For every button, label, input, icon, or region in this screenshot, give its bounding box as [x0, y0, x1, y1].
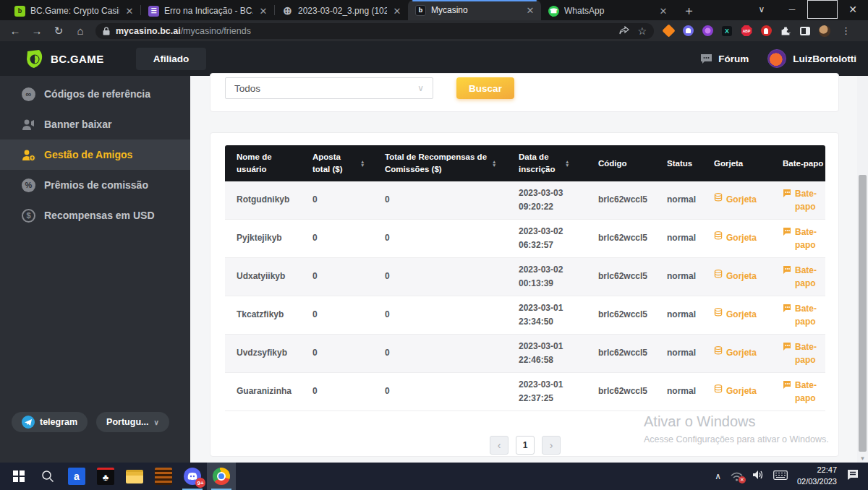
- forward-button[interactable]: →: [26, 25, 48, 37]
- tip-link[interactable]: Gorjeta: [702, 270, 771, 283]
- taskbar-chrome-icon[interactable]: [207, 463, 236, 490]
- purple-swirl-extension-icon[interactable]: [702, 25, 713, 37]
- sidebar-item-banner-download[interactable]: Banner baixar: [0, 109, 190, 139]
- globe-icon: ⊕: [282, 6, 293, 17]
- coins-icon: [714, 384, 723, 393]
- window-minimize-button[interactable]: ─: [777, 0, 807, 19]
- col-header-status: Status: [667, 158, 692, 170]
- chat-link[interactable]: Bate-papo: [771, 340, 825, 366]
- banner-icon: [22, 119, 35, 131]
- tip-link[interactable]: Gorjeta: [702, 384, 771, 398]
- profile-avatar[interactable]: [819, 25, 830, 37]
- prev-page-button[interactable]: ‹: [490, 436, 509, 455]
- tab-whatsapp[interactable]: ☎ WhatsApp ✕: [541, 1, 674, 20]
- extensions-puzzle-icon[interactable]: [780, 25, 791, 37]
- window-maximize-button[interactable]: [807, 0, 838, 19]
- url-text: mycasino.bc.ai/mycasino/friends: [116, 26, 618, 36]
- sidebar-item-commission-rewards[interactable]: % Prêmios de comissão: [0, 170, 190, 200]
- coins-icon: [714, 193, 723, 202]
- cell-signup-date: 2023-03-01 23:34:50: [507, 301, 587, 329]
- x-dark-extension-icon[interactable]: X: [721, 25, 733, 37]
- chat-link[interactable]: Bate-papo: [771, 225, 825, 252]
- cell-signup-date: 2023-03-01 22:46:58: [507, 340, 587, 367]
- scrollbar-thumb[interactable]: [859, 175, 867, 452]
- tip-link[interactable]: Gorjeta: [702, 231, 771, 245]
- tip-link[interactable]: Gorjeta: [702, 193, 771, 207]
- friend-type-select[interactable]: Todos ∨: [225, 77, 433, 99]
- network-icon[interactable]: ✕: [731, 472, 743, 481]
- tip-link[interactable]: Gorjeta: [702, 308, 771, 322]
- tab-erro-indicacao[interactable]: ☰ Erro na Indicação - BC.Game ✕: [141, 1, 274, 20]
- bookmark-star-icon[interactable]: ☆: [637, 25, 647, 37]
- chat-bubble-icon: [783, 265, 791, 274]
- tab-close-icon[interactable]: ✕: [658, 6, 668, 17]
- taskbar-game-app-icon[interactable]: [149, 463, 178, 490]
- forum-link[interactable]: Fórum: [700, 53, 749, 64]
- sidebar-item-referral-codes[interactable]: ∞ Códigos de referência: [0, 79, 190, 109]
- tab-close-icon[interactable]: ✕: [392, 6, 402, 17]
- taskbar-search-icon[interactable]: [33, 463, 62, 490]
- sort-icon[interactable]: ▲▼: [360, 160, 365, 167]
- cell-code: brlc62wccl5: [587, 308, 655, 322]
- language-selector[interactable]: Portugu... ∨: [96, 412, 169, 432]
- chevron-down-icon: ∨: [417, 83, 424, 93]
- page-scrollbar[interactable]: ▼: [857, 76, 868, 463]
- share-icon[interactable]: [618, 26, 630, 36]
- tray-chevron-up-icon[interactable]: ∧: [715, 471, 721, 481]
- chat-link[interactable]: Bate-papo: [771, 187, 825, 213]
- sidebar-item-label: Banner baixar: [44, 119, 111, 130]
- sort-icon[interactable]: ▲▼: [492, 160, 496, 167]
- next-page-button[interactable]: ›: [542, 436, 561, 455]
- telegram-button[interactable]: telegram: [12, 412, 88, 432]
- side-panel-icon[interactable]: [799, 25, 811, 37]
- window-close-button[interactable]: ✕: [838, 0, 868, 19]
- taskbar-amd-app-icon[interactable]: a: [62, 463, 91, 490]
- start-button[interactable]: [4, 463, 33, 490]
- home-button[interactable]: ⌂: [69, 25, 91, 37]
- metamask-extension-icon[interactable]: [663, 25, 674, 37]
- tab-png-image[interactable]: ⊕ 2023-03-02_3.png (1024×76 ✕: [275, 1, 408, 20]
- col-header-username: Nome de usuário: [237, 151, 284, 175]
- sort-icon[interactable]: ▲▼: [565, 160, 569, 167]
- tab-search-chevron-icon[interactable]: ∨: [746, 0, 777, 19]
- chat-link[interactable]: Bate-papo: [771, 302, 825, 328]
- bcgame-brand[interactable]: BC.GAME: [25, 49, 104, 69]
- lock-icon: [103, 27, 110, 35]
- reload-button[interactable]: ↻: [48, 25, 69, 38]
- friends-table-body: Rotgudnikyb 0 0 2023-03-03 09:20:22 brlc…: [225, 181, 825, 411]
- keyboard-icon[interactable]: [773, 470, 788, 483]
- volume-icon[interactable]: [752, 470, 764, 483]
- tab-mycasino-active[interactable]: b Mycasino ✕: [408, 0, 541, 20]
- whatsapp-icon: ☎: [548, 6, 559, 17]
- affiliate-nav-button[interactable]: Afiliado: [136, 48, 207, 70]
- taskbar-casino-app-icon[interactable]: ♣: [91, 463, 120, 490]
- main-content: Todos ∨ Buscar Nome de usuário Aposta to…: [190, 76, 857, 463]
- new-tab-button[interactable]: ＋: [683, 2, 695, 19]
- user-menu[interactable]: LuizBortolotti: [767, 49, 856, 68]
- cell-commission: 0: [373, 193, 507, 207]
- browser-menu-icon[interactable]: ⋮: [841, 25, 851, 36]
- cell-username: Guaranizinha: [225, 384, 301, 398]
- sidebar-item-friends-management[interactable]: Gestão de Amigos: [0, 139, 190, 170]
- action-center-icon[interactable]: [846, 469, 859, 483]
- back-button[interactable]: ←: [4, 25, 26, 37]
- phantom-extension-icon[interactable]: [682, 25, 694, 37]
- adblock-plus-extension-icon[interactable]: ABP: [741, 25, 752, 37]
- taskbar-discord-icon[interactable]: 9+: [178, 463, 207, 490]
- tab-bcgame-casino[interactable]: b BC.Game: Crypto Casino Gam ✕: [7, 1, 140, 20]
- tab-close-icon[interactable]: ✕: [258, 6, 268, 17]
- sidebar-item-usd-rewards[interactable]: $ Recompensas em USD: [0, 200, 190, 231]
- tab-close-icon[interactable]: ✕: [124, 6, 135, 17]
- current-page[interactable]: 1: [516, 436, 535, 455]
- address-bar[interactable]: mycasino.bc.ai/mycasino/friends ☆: [95, 23, 654, 39]
- tip-link[interactable]: Gorjeta: [702, 346, 771, 360]
- taskbar-clock[interactable]: 22:47 02/03/2023: [797, 465, 837, 488]
- chat-bubble-icon: [783, 380, 791, 389]
- red-hand-extension-icon[interactable]: [760, 25, 772, 37]
- scrollbar-down-arrow[interactable]: ▼: [857, 455, 868, 462]
- taskbar-file-explorer-icon[interactable]: [120, 463, 149, 490]
- chat-link[interactable]: Bate-papo: [771, 264, 825, 290]
- chat-link[interactable]: Bate-papo: [771, 379, 825, 405]
- search-button[interactable]: Buscar: [456, 77, 514, 99]
- tab-close-icon[interactable]: ✕: [525, 5, 535, 16]
